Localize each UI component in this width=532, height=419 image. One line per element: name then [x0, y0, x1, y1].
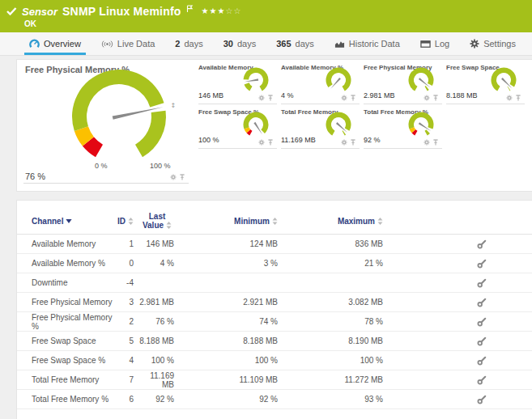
tab-overview[interactable]: Overview [24, 32, 86, 55]
gear-icon[interactable] [258, 95, 265, 101]
mini-gauge-tile[interactable]: Available Memory146 MB [198, 63, 277, 104]
column-header-channel[interactable]: Channel [32, 217, 113, 226]
channel-settings-wrench-icon[interactable] [477, 317, 487, 327]
cell-minimum: 3 % [177, 259, 281, 268]
cell-actions [386, 278, 532, 288]
table-row[interactable]: Total Free Memory %692 %92 %93 % [17, 390, 532, 409]
tab-30-days[interactable]: 30days [219, 32, 262, 55]
cell-minimum: 11.109 MB [177, 375, 281, 384]
main-gauge-scale-min: 0 % [95, 162, 108, 170]
gear-icon[interactable] [258, 139, 265, 146]
cell-id: 2 [113, 317, 137, 326]
cell-channel: Free Swap Space % [32, 356, 113, 365]
table-row[interactable]: Free Physical Memory %276 %74 %78 % [17, 312, 532, 332]
channel-settings-wrench-icon[interactable] [477, 336, 487, 346]
star-icon: ★ [217, 6, 225, 15]
sort-both-icon [272, 218, 278, 225]
gauges-panel: Free Physical Memory % ↕ 0 % 100 % 76 % … [16, 59, 532, 192]
cell-last-value: 11.169 MB [137, 371, 177, 389]
channel-settings-wrench-icon[interactable] [477, 375, 487, 385]
tab-2-days[interactable]: 2days [170, 32, 207, 55]
main-gauge-tile[interactable]: Free Physical Memory % ↕ 0 % 100 % 76 % [23, 63, 189, 184]
column-header-id[interactable]: ID [113, 217, 137, 226]
settings-gear-icon [470, 39, 479, 49]
mini-gauge-tile[interactable]: Total Free Memory11.169 MB [281, 108, 360, 149]
channel-settings-wrench-icon[interactable] [477, 239, 487, 249]
flag-icon[interactable] [186, 5, 194, 13]
channel-gauge [405, 66, 437, 93]
overview-gauge-icon [29, 39, 40, 49]
main-gauge-actions [170, 174, 185, 180]
sensor-type-label: Sensor [22, 6, 57, 18]
channel-settings-wrench-icon[interactable] [477, 278, 487, 288]
table-row[interactable]: Free Swap Space58.188 MB8.188 MB8.190 MB [17, 332, 532, 351]
table-row[interactable]: Total Free Memory711.169 MB11.109 MB11.2… [17, 370, 532, 390]
cell-actions [386, 336, 532, 346]
cell-last-value: 2.981 MB [137, 298, 177, 307]
mini-gauge-tile[interactable]: Free Swap Space %100 % [198, 108, 277, 149]
channel-settings-wrench-icon[interactable] [477, 259, 487, 269]
cell-last-value: 4 % [137, 259, 177, 268]
log-icon [420, 40, 431, 49]
channel-settings-wrench-icon[interactable] [477, 395, 487, 404]
table-row[interactable]: Free Swap Space %4100 %100 %100 % [17, 351, 532, 370]
pin-icon[interactable] [267, 95, 274, 101]
pin-icon[interactable] [515, 95, 521, 101]
table-row[interactable]: Downtime-4 [17, 273, 532, 293]
cell-last-value: 100 % [137, 356, 177, 365]
cell-id: 4 [113, 356, 137, 365]
channel-settings-wrench-icon[interactable] [477, 298, 487, 307]
sort-desc-icon [66, 218, 72, 223]
tab-365-days[interactable]: 365days [271, 32, 319, 55]
column-header-last-value[interactable]: Last Value [137, 212, 177, 230]
column-header-minimum[interactable]: Minimum [177, 217, 281, 226]
channel-gauge [487, 66, 520, 93]
pin-icon[interactable] [432, 139, 439, 146]
channel-gauge [322, 110, 355, 138]
gear-icon[interactable] [341, 95, 347, 101]
cell-actions [386, 395, 532, 404]
pin-icon[interactable] [267, 139, 274, 146]
tab-settings[interactable]: Settings [465, 32, 521, 55]
star-icon: ★ [202, 6, 210, 15]
star-icon: ★ [210, 6, 218, 15]
gear-icon[interactable] [423, 139, 430, 146]
mini-gauge-tile[interactable]: Free Swap Space8.188 MB [446, 63, 525, 104]
channel-settings-wrench-icon[interactable] [477, 356, 487, 366]
cell-actions [386, 317, 532, 327]
cell-channel: Free Physical Memory [32, 298, 113, 307]
table-row[interactable]: Available Memory %04 %3 %21 % [17, 254, 532, 273]
tab-live-data[interactable]: Live Data [96, 32, 160, 55]
priority-stars[interactable]: ★★★☆☆ [202, 6, 242, 15]
column-header-maximum[interactable]: Maximum [281, 217, 386, 226]
cell-id: 7 [113, 375, 137, 384]
pin-icon[interactable] [179, 174, 185, 180]
cell-id: 3 [113, 298, 137, 307]
table-row[interactable]: Available Memory1146 MB124 MB836 MB [17, 235, 532, 254]
cell-maximum: 11.272 MB [281, 375, 386, 384]
tab-historic-data[interactable]: Historic Data [330, 32, 405, 55]
channel-table-header: Channel ID Last Value Minimum Maximum [17, 212, 532, 235]
mini-gauge-tile[interactable]: Total Free Memory %92 % [364, 108, 442, 149]
cell-id: 5 [113, 336, 137, 345]
main-gauge-value: 76 % [25, 171, 45, 181]
table-row[interactable]: Free Physical Memory32.981 MB2.921 MB3.0… [17, 293, 532, 312]
pin-icon[interactable] [432, 95, 439, 101]
cell-maximum: 836 MB [281, 239, 386, 248]
gear-icon[interactable] [170, 174, 177, 180]
mini-gauge-tiles: Available Memory146 MBAvailable Memory %… [198, 63, 525, 149]
cell-id: 1 [113, 239, 137, 248]
gear-icon[interactable] [506, 95, 513, 101]
channel-table-panel: Channel ID Last Value Minimum Maximum [16, 200, 532, 419]
mini-gauge-tile[interactable]: Free Physical Memory2.981 MB [364, 63, 442, 104]
cell-last-value: 76 % [137, 317, 177, 326]
live-data-broadcast-icon [101, 40, 113, 49]
mini-gauge-tile[interactable]: Available Memory %4 % [281, 63, 360, 104]
gear-icon[interactable] [423, 95, 430, 101]
channel-gauge [240, 66, 272, 93]
channel-table: Channel ID Last Value Minimum Maximum [17, 201, 532, 409]
tab-log[interactable]: Log [415, 32, 454, 55]
pin-icon[interactable] [350, 95, 356, 101]
gear-icon[interactable] [341, 139, 347, 146]
pin-icon[interactable] [350, 139, 356, 146]
